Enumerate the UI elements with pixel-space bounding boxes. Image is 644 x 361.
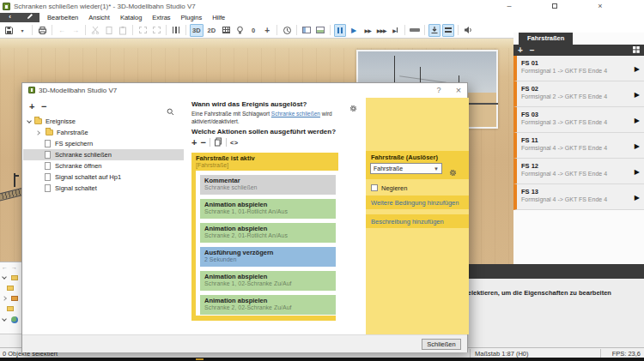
copy-button[interactable]	[103, 24, 115, 37]
layout-panel-button[interactable]	[314, 24, 326, 37]
tab-fahrstrassen[interactable]: Fahrstraßen	[519, 33, 573, 45]
tree-item-signal-schaltet[interactable]: Signal schaltet	[23, 183, 184, 194]
catalog-folder-row[interactable]	[7, 286, 14, 291]
sound-button[interactable]	[462, 24, 474, 37]
pause-button[interactable]	[334, 24, 346, 37]
skip-to-end-button[interactable]: ▶	[389, 24, 401, 37]
route-play-icon[interactable]: ▶	[635, 64, 640, 72]
save-button[interactable]	[3, 24, 15, 37]
catalog-folder-row[interactable]	[3, 275, 18, 280]
select-add-button[interactable]	[150, 24, 162, 37]
list-view-button[interactable]	[170, 24, 182, 37]
action-add-button[interactable]: +	[191, 138, 197, 147]
dialog-help-button[interactable]: ?	[433, 83, 445, 98]
tree-item-schranke-oeffnen[interactable]: Schranke öffnen	[23, 160, 184, 171]
catalog-nav-arrows[interactable]: ← →	[2, 264, 18, 270]
fast-forward-button[interactable]: ▶▶	[361, 24, 374, 37]
add-condition-band[interactable]: Weitere Bedingung hinzufügen	[366, 196, 469, 209]
route-dropdown[interactable]: Fahrstraße ▼	[370, 163, 442, 174]
wagon-button[interactable]	[409, 24, 421, 37]
taskbar-strip	[0, 358, 644, 361]
fastest-forward-button[interactable]: ▶▶▶	[375, 24, 387, 37]
add-description-link[interactable]: Beschreibung hinzufügen	[366, 214, 469, 226]
view-3d-button[interactable]: 3D	[190, 24, 204, 37]
play-button[interactable]: ▶	[348, 24, 360, 37]
paste-button[interactable]	[117, 24, 129, 37]
separator	[404, 25, 405, 35]
redo-button[interactable]: →	[70, 24, 82, 37]
route-item[interactable]: FS 03 Formsignal 3 -> GKT FS Ende 4 ▶	[513, 107, 644, 133]
route-item[interactable]: FS 11 Formsignal 4 -> GKT FS Ende 4 ▶	[513, 133, 644, 159]
catalog-folder-row[interactable]	[7, 306, 14, 311]
route-item[interactable]: FS 02 Formsignal 2 -> GKT FS Ende 4 ▶	[513, 81, 644, 107]
route-play-icon[interactable]: ▶	[635, 141, 640, 149]
tree-add-button[interactable]: +	[29, 102, 34, 111]
action-block-animation[interactable]: Animation abspielen Schranke 2, 02-Schra…	[200, 295, 336, 315]
tree-item-signal-schaltet-hp1[interactable]: Signal schaltet auf Hp1	[23, 171, 184, 183]
route-item[interactable]: FS 01 Formsignal 1 -> GKT FS Ende 4 ▶	[513, 56, 644, 81]
route-play-icon[interactable]: ▶	[635, 116, 640, 123]
tree-item-label: Schranke öffnen	[55, 162, 102, 170]
edit-mode-button[interactable]	[20, 13, 39, 22]
trigger-block[interactable]: Fahrstraße ist aktiv [Fahrstraße]	[191, 153, 338, 171]
print-button[interactable]	[36, 24, 48, 37]
catalog-folder-row[interactable]	[3, 296, 18, 301]
app-window: Schranken schließen wieder(1)* - 3D-Mode…	[0, 0, 644, 361]
tree-item-fs-speichern[interactable]: FS speichern	[23, 138, 184, 149]
add-object-button[interactable]: +	[261, 24, 273, 37]
route-play-icon[interactable]: ▶	[635, 193, 640, 201]
route-desc: Formsignal 1 -> GKT FS Ende 4	[517, 67, 644, 74]
back-button[interactable]: ‹	[0, 13, 20, 22]
menu-ansicht[interactable]: Ansicht	[84, 13, 114, 22]
add-condition-link[interactable]: Weitere Bedingung hinzufügen	[366, 196, 469, 207]
action-remove-button[interactable]: −	[200, 138, 205, 147]
cut-button[interactable]	[89, 24, 101, 37]
action-block-delay[interactable]: Ausführung verzögern 2 Sekunden	[200, 247, 336, 267]
dialog-close-icon[interactable]: ×	[452, 83, 465, 97]
save-dropdown-icon[interactable]: ▾	[16, 24, 28, 37]
undo-button[interactable]: ←	[56, 24, 68, 37]
action-subtitle: Schranke 1, 02-Schranke Zu/Auf	[204, 280, 331, 286]
catalog-folder-row[interactable]	[3, 316, 18, 323]
event-list-button[interactable]	[301, 24, 313, 37]
light-button[interactable]	[234, 24, 246, 37]
tree-item-fahrstrasse[interactable]: Fahrstraße	[23, 127, 184, 138]
route-item[interactable]: FS 12 Formsignal 4 -> GKT FS Ende 4 ▶	[513, 159, 644, 184]
action-block-animation[interactable]: Animation abspielen Schranke 1, 02-Schra…	[200, 271, 336, 291]
view-2d-button[interactable]: 2D	[205, 24, 219, 37]
menu-extras[interactable]: Extras	[148, 13, 174, 22]
track-tool-button[interactable]	[442, 24, 454, 37]
action-block-comment[interactable]: Kommentar Schranke schließen	[200, 175, 336, 195]
tree-item-ereignisse[interactable]: Ereignisse	[23, 116, 184, 127]
add-description-band[interactable]: Beschreibung hinzufügen	[366, 214, 469, 228]
route-add-button[interactable]: +	[518, 45, 523, 56]
clock-button[interactable]	[281, 24, 293, 37]
negate-checkbox[interactable]	[371, 184, 378, 191]
code-view-button[interactable]: <>	[230, 139, 239, 147]
menu-katalog[interactable]: Katalog	[116, 13, 146, 22]
menu-plugins[interactable]: Plugins	[177, 13, 207, 22]
minimize-button[interactable]: –	[495, 0, 524, 13]
close-button[interactable]: ×	[586, 0, 615, 13]
zero-height-button[interactable]: 0	[247, 24, 259, 37]
keyword-link[interactable]: Schranke schließen	[271, 111, 320, 117]
menu-bearbeiten[interactable]: Bearbeiten	[43, 13, 82, 22]
action-block-animation[interactable]: Animation abspielen Schranke 2, 01-Rotli…	[200, 223, 336, 243]
tree-item-label: Schranke schließen	[55, 151, 112, 159]
select-rect-button[interactable]	[137, 24, 149, 37]
grid-button[interactable]	[220, 24, 232, 37]
route-play-icon[interactable]: ▶	[635, 90, 640, 98]
action-block-animation[interactable]: Animation abspielen Schranke 1, 01-Rotli…	[200, 199, 336, 219]
route-remove-button[interactable]: −	[530, 45, 535, 56]
maximize-button[interactable]	[540, 0, 569, 13]
duplicate-button[interactable]	[214, 135, 222, 150]
schliessen-button[interactable]: Schließen	[422, 339, 461, 350]
route-play-icon[interactable]: ▶	[635, 167, 640, 175]
tile-view-icon[interactable]	[633, 45, 640, 56]
route-item[interactable]: FS 13 Formsignal 4 -> GKT FS Ende 4 ▶	[513, 184, 644, 210]
menu-hilfe[interactable]: Hilfe	[208, 13, 229, 22]
tree-item-schranke-schliessen[interactable]: Schranke schließen	[23, 149, 184, 160]
tree-remove-button[interactable]: −	[41, 102, 46, 111]
gear-icon[interactable]	[449, 165, 457, 180]
import-button[interactable]	[428, 24, 440, 37]
